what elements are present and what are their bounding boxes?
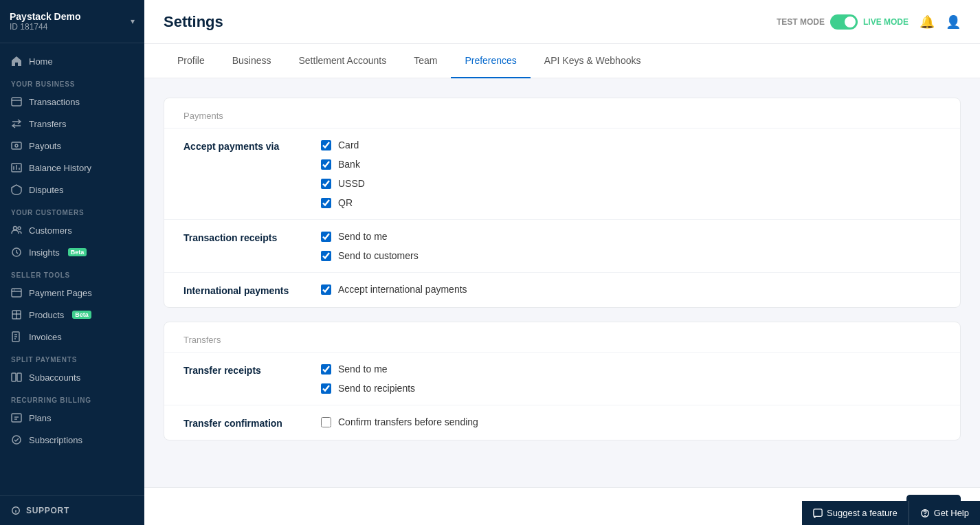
- notifications-icon[interactable]: 🔔: [920, 14, 935, 30]
- sidebar-item-home[interactable]: Home: [0, 50, 144, 72]
- section-your-business: YOUR BUSINESS: [0, 72, 144, 91]
- live-mode-toggle[interactable]: [830, 14, 858, 30]
- international-payments-label: International payments: [183, 284, 321, 296]
- svg-rect-23: [12, 414, 21, 422]
- sidebar-item-invoices[interactable]: Invoices: [0, 326, 144, 348]
- payment-ussd-checkbox[interactable]: [321, 179, 331, 189]
- svg-point-3: [15, 144, 18, 147]
- get-help-label: Get Help: [934, 508, 969, 518]
- accept-international-option[interactable]: Accept international payments: [321, 284, 467, 295]
- company-name: Paystack Demo: [10, 11, 81, 22]
- main-content: Settings TEST MODE LIVE MODE 🔔 👤 Profile…: [144, 0, 980, 525]
- tab-settlement-accounts[interactable]: Settlement Accounts: [285, 44, 401, 78]
- sidebar-item-payouts[interactable]: Payouts: [0, 135, 144, 157]
- company-id: ID 181744: [10, 22, 81, 32]
- payments-card: Payments Accept payments via Card Bank: [164, 98, 961, 308]
- payment-card-option[interactable]: Card: [321, 139, 365, 150]
- svg-rect-22: [17, 373, 21, 381]
- international-payments-options: Accept international payments: [321, 284, 467, 295]
- transaction-receipts-options: Send to me Send to customers: [321, 231, 419, 261]
- section-split-payments: SPLIT PAYMENTS: [0, 348, 144, 366]
- svg-point-8: [14, 227, 17, 230]
- transfer-send-to-recipients-checkbox[interactable]: [321, 383, 331, 394]
- sidebar-item-plans[interactable]: Plans: [0, 407, 144, 429]
- sidebar-item-subaccounts[interactable]: Subaccounts: [0, 366, 144, 388]
- transfer-send-to-me-option[interactable]: Send to me: [321, 364, 415, 375]
- payments-section-label: Payments: [164, 98, 960, 128]
- page-title: Settings: [164, 13, 223, 31]
- accept-payments-options: Card Bank USSD QR: [321, 139, 365, 208]
- sidebar-item-transactions[interactable]: Transactions: [0, 91, 144, 113]
- sidebar-nav: Home YOUR BUSINESS Transactions Transfer…: [0, 43, 144, 495]
- transfer-receipts-options: Send to me Send to recipients: [321, 364, 415, 394]
- tab-business[interactable]: Business: [219, 44, 285, 78]
- user-avatar-icon[interactable]: 👤: [946, 14, 961, 30]
- tab-api-keys[interactable]: API Keys & Webhooks: [531, 44, 655, 78]
- sidebar-item-balance-history[interactable]: Balance History: [0, 157, 144, 179]
- transfer-receipts-row: Transfer receipts Send to me Send to rec…: [164, 352, 960, 405]
- tab-team[interactable]: Team: [400, 44, 451, 78]
- help-footer: Suggest a feature Get Help: [802, 501, 980, 525]
- svg-rect-0: [12, 98, 21, 106]
- international-payments-row: International payments Accept internatio…: [164, 272, 960, 307]
- sidebar-support: SUPPORT: [0, 495, 144, 525]
- accept-payments-label: Accept payments via: [183, 139, 321, 152]
- transfer-receipts-label: Transfer receipts: [183, 364, 321, 376]
- sidebar-item-transfers[interactable]: Transfers: [0, 113, 144, 135]
- confirm-transfers-option[interactable]: Confirm transfers before sending: [321, 416, 478, 427]
- transfer-send-to-me-checkbox[interactable]: [321, 364, 331, 375]
- suggest-feature-button[interactable]: Suggest a feature: [802, 501, 909, 525]
- section-your-customers: YOUR CUSTOMERS: [0, 201, 144, 219]
- svg-point-29: [924, 515, 925, 516]
- insights-beta-badge: Beta: [68, 248, 87, 256]
- receipt-send-to-customers-checkbox[interactable]: [321, 251, 331, 261]
- live-mode-label: LIVE MODE: [863, 17, 909, 27]
- accept-payments-row: Accept payments via Card Bank USSD: [164, 128, 960, 219]
- receipt-send-to-me-option[interactable]: Send to me: [321, 231, 419, 242]
- accept-international-checkbox[interactable]: [321, 284, 331, 295]
- transfer-confirmation-row: Transfer confirmation Confirm transfers …: [164, 405, 960, 440]
- company-selector[interactable]: Paystack Demo ID 181744 ▾: [0, 0, 144, 43]
- transfers-section-label: Transfers: [164, 322, 960, 352]
- svg-point-9: [18, 227, 21, 230]
- tab-profile[interactable]: Profile: [164, 44, 219, 78]
- chevron-down-icon: ▾: [131, 16, 135, 26]
- payment-bank-checkbox[interactable]: [321, 159, 331, 170]
- svg-rect-26: [814, 509, 822, 516]
- transfer-confirmation-options: Confirm transfers before sending: [321, 416, 478, 427]
- sidebar-item-payment-pages[interactable]: Payment Pages: [0, 282, 144, 304]
- support-button[interactable]: SUPPORT: [11, 506, 133, 515]
- tab-preferences[interactable]: Preferences: [451, 44, 530, 78]
- transfer-confirmation-label: Transfer confirmation: [183, 416, 321, 429]
- receipt-send-to-me-checkbox[interactable]: [321, 232, 331, 242]
- mode-toggle: TEST MODE LIVE MODE: [777, 14, 909, 30]
- sidebar-item-subscriptions[interactable]: Subscriptions: [0, 429, 144, 451]
- payment-ussd-option[interactable]: USSD: [321, 178, 365, 189]
- payment-card-checkbox[interactable]: [321, 140, 331, 150]
- transfers-card: Transfers Transfer receipts Send to me S…: [164, 322, 961, 440]
- topbar-right: TEST MODE LIVE MODE 🔔 👤: [777, 14, 961, 30]
- settings-tabs: Profile Business Settlement Accounts Tea…: [144, 44, 980, 78]
- section-recurring-billing: RECURRING BILLING: [0, 388, 144, 407]
- transaction-receipts-row: Transaction receipts Send to me Send to …: [164, 219, 960, 272]
- settings-content: Payments Accept payments via Card Bank: [144, 78, 980, 487]
- products-beta-badge: Beta: [72, 311, 91, 319]
- payment-qr-checkbox[interactable]: [321, 198, 331, 208]
- sidebar-item-disputes[interactable]: Disputes: [0, 179, 144, 201]
- sidebar-item-products[interactable]: Products Beta: [0, 304, 144, 326]
- transfer-send-to-recipients-option[interactable]: Send to recipients: [321, 383, 415, 394]
- payment-qr-option[interactable]: QR: [321, 197, 365, 208]
- test-mode-label: TEST MODE: [777, 17, 825, 27]
- transaction-receipts-label: Transaction receipts: [183, 231, 321, 243]
- confirm-transfers-checkbox[interactable]: [321, 417, 331, 427]
- sidebar-item-insights[interactable]: Insights Beta: [0, 241, 144, 263]
- get-help-button[interactable]: Get Help: [909, 501, 980, 525]
- payment-bank-option[interactable]: Bank: [321, 159, 365, 170]
- sidebar: Paystack Demo ID 181744 ▾ Home YOUR BUSI…: [0, 0, 144, 525]
- svg-rect-2: [12, 142, 21, 149]
- receipt-send-to-customers-option[interactable]: Send to customers: [321, 250, 419, 261]
- suggest-feature-label: Suggest a feature: [827, 508, 898, 518]
- sidebar-item-customers[interactable]: Customers: [0, 219, 144, 241]
- section-seller-tools: SELLER TOOLS: [0, 263, 144, 282]
- toggle-knob: [845, 16, 856, 27]
